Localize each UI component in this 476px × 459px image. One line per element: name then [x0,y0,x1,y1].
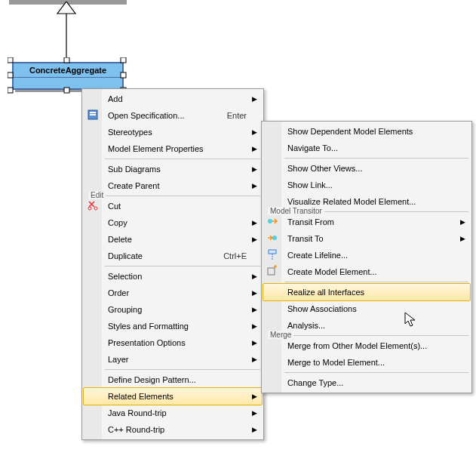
submenu-arrow-icon: ▶ [252,322,257,330]
menu-label: Styles and Formatting [108,322,247,331]
menu-show-link[interactable]: Show Link... [263,177,470,193]
menu-label: Define Design Pattern... [108,375,247,384]
menu-separator [105,159,260,159]
menu-stereotypes[interactable]: Stereotypes▶ [84,124,262,140]
svg-rect-2 [8,57,13,63]
submenu-arrow-icon: ▶ [252,273,257,280]
menu-analysis[interactable]: Analysis... [263,317,470,334]
submenu-arrow-icon: ▶ [252,219,257,226]
group-merge: Merge [284,335,468,336]
menu-navigate-to[interactable]: Navigate To... [263,140,470,156]
submenu-arrow-icon: ▶ [252,306,257,313]
menu-label: Analysis... [287,321,455,330]
menu-transit-from[interactable]: Transit From▶ [263,214,470,230]
menu-separator [284,158,468,159]
context-menu: Add▶ Open Specification...Enter Stereoty… [81,88,264,440]
menu-transit-to[interactable]: Transit To▶ [263,230,470,247]
submenu-arrow-icon: ▶ [252,145,257,152]
menu-separator [105,369,260,370]
menu-shortcut: Ctrl+E [223,251,247,260]
menu-separator [105,266,260,266]
submenu-arrow-icon: ▶ [460,218,465,226]
menu-add[interactable]: Add▶ [84,91,262,107]
svg-rect-6 [121,72,126,78]
menu-open-spec[interactable]: Open Specification...Enter [84,107,262,124]
menu-show-assoc[interactable]: Show Associations [263,300,470,317]
menu-label: Duplicate [108,251,193,260]
svg-marker-0 [57,2,75,14]
menu-separator [284,282,468,282]
menu-selection[interactable]: Selection▶ [84,268,262,285]
menu-label: Layer [108,355,247,364]
menu-related-elements[interactable]: Related Elements▶ [83,387,263,405]
menu-delete[interactable]: Delete▶ [84,231,262,248]
svg-rect-11 [90,112,96,113]
menu-show-dependent[interactable]: Show Dependent Model Elements [263,123,470,140]
menu-duplicate[interactable]: DuplicateCtrl+E [84,248,262,264]
menu-separator [284,372,468,373]
svg-point-15 [268,219,272,223]
menu-label: Cut [108,202,247,211]
menu-create-lifeline[interactable]: Create Lifeline... [263,247,470,263]
menu-order[interactable]: Order▶ [84,285,262,301]
menu-layer[interactable]: Layer▶ [84,351,262,368]
menu-create-parent[interactable]: Create Parent▶ [84,177,262,194]
menu-show-other-views[interactable]: Show Other Views... [263,160,470,177]
menu-label: Presentation Options [108,338,247,347]
gen-arrow [54,2,78,62]
menu-present[interactable]: Presentation Options▶ [84,334,262,351]
menu-design-pattern[interactable]: Define Design Pattern... [84,371,262,388]
submenu-arrow-icon: ▶ [460,235,465,242]
submenu-arrow-icon: ▶ [252,182,257,189]
group-model-transitor: Model Transitor [284,211,468,212]
menu-copy[interactable]: Copy▶ [84,214,262,231]
menu-cpp-roundtrip[interactable]: C++ Round-trip▶ [84,421,262,438]
submenu-arrow-icon: ▶ [252,289,257,297]
svg-rect-19 [268,268,275,275]
menu-model-props[interactable]: Model Element Properties▶ [84,140,262,157]
menu-change-type[interactable]: Change Type... [263,374,470,391]
menu-label: Create Lifeline... [287,251,455,260]
menu-label: Transit To [287,234,455,243]
svg-point-13 [88,207,91,210]
menu-label: Model Element Properties [108,144,247,153]
menu-label: Navigate To... [287,143,455,152]
svg-point-14 [94,207,97,210]
menu-label: Show Associations [287,304,455,313]
scissors-icon [87,199,99,211]
menu-label: Merge from Other Model Element(s)... [287,341,455,350]
group-edit: Edit [105,196,260,196]
menu-realize-interfaces[interactable]: Realize all Interfaces [263,283,471,301]
svg-rect-17 [269,250,276,254]
menu-cut[interactable]: Cut [84,198,262,214]
svg-rect-8 [64,88,69,93]
menu-label: Show Link... [287,180,455,189]
menu-sub-diagrams[interactable]: Sub Diagrams▶ [84,161,262,177]
submenu-arrow-icon: ▶ [252,409,257,417]
menu-label: Sub Diagrams [108,165,247,174]
menu-styles[interactable]: Styles and Formatting▶ [84,318,262,334]
menu-label: Visualize Related Model Element... [287,197,455,206]
submenu-arrow-icon: ▶ [252,356,257,363]
menu-shortcut: Enter [227,111,247,120]
menu-java-roundtrip[interactable]: Java Round-trip▶ [84,405,262,421]
submenu-arrow-icon: ▶ [252,426,257,433]
menu-label: Selection [108,272,247,281]
svg-rect-4 [121,57,126,63]
svg-rect-5 [8,72,13,78]
submenu-arrow-icon: ▶ [252,393,257,400]
menu-label: Java Round-trip [108,408,247,417]
menu-label: Merge to Model Element... [287,358,455,367]
menu-label: Transit From [287,217,455,226]
transit-from-icon [266,215,278,227]
menu-grouping[interactable]: Grouping▶ [84,301,262,318]
menu-merge-to[interactable]: Merge to Model Element... [263,354,470,371]
menu-create-model-el[interactable]: Create Model Element... [263,263,470,280]
doc-icon [87,109,99,121]
related-submenu: Show Dependent Model Elements Navigate T… [261,121,472,393]
submenu-arrow-icon: ▶ [252,128,257,136]
svg-rect-7 [8,88,13,93]
transit-to-icon [266,232,278,244]
menu-label: Realize all Interfaces [287,288,455,297]
menu-merge-from[interactable]: Merge from Other Model Element(s)... [263,337,470,354]
